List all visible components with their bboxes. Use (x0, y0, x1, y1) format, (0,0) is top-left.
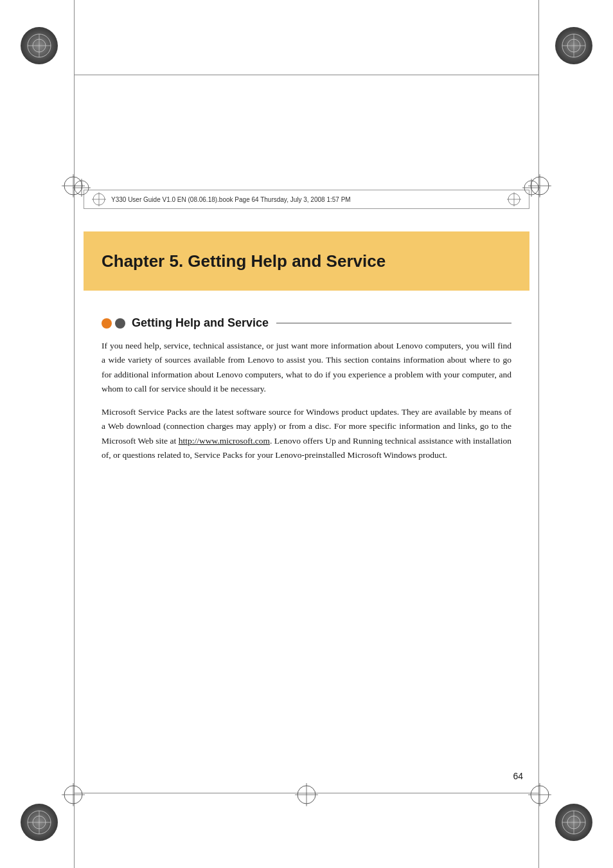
chapter-title: Chapter 5. Getting Help and Service (102, 251, 386, 271)
crosshair-inner-bl (62, 783, 85, 806)
crosshair-inner-br (528, 783, 551, 806)
corner-circle-bl (21, 804, 58, 841)
print-info-text: Y330 User Guide V1.0 EN (08.06.18).book … (111, 196, 351, 203)
section-divider-line (276, 323, 511, 323)
dot-orange (102, 318, 112, 329)
corner-circle-br (555, 804, 592, 841)
chapter-header: Chapter 5. Getting Help and Service (84, 231, 529, 291)
crosshair-printbar-left (73, 179, 91, 197)
crosshair-center-bottom (295, 783, 318, 806)
corner-circle-tr (555, 27, 592, 64)
microsoft-link[interactable]: http://www.microsoft.com (179, 436, 270, 446)
print-info-bar: Y330 User Guide V1.0 EN (08.06.18).book … (84, 190, 529, 209)
section-heading-row: Getting Help and Service (102, 316, 511, 330)
page-container: Y330 User Guide V1.0 EN (08.06.18).book … (0, 0, 613, 868)
dot-gray (115, 318, 125, 329)
paragraph-2: Microsoft Service Packs are the latest s… (102, 405, 511, 462)
section-title: Getting Help and Service (132, 316, 269, 330)
paragraph-1: If you need help, service, technical ass… (102, 339, 511, 396)
border-left (74, 0, 75, 868)
content-area: Getting Help and Service If you need hel… (84, 303, 529, 484)
border-top (74, 75, 539, 75)
crosshair-printbar-right (522, 179, 540, 197)
page-number: 64 (513, 771, 523, 781)
corner-circle-tl (21, 27, 58, 64)
border-right (538, 0, 539, 868)
